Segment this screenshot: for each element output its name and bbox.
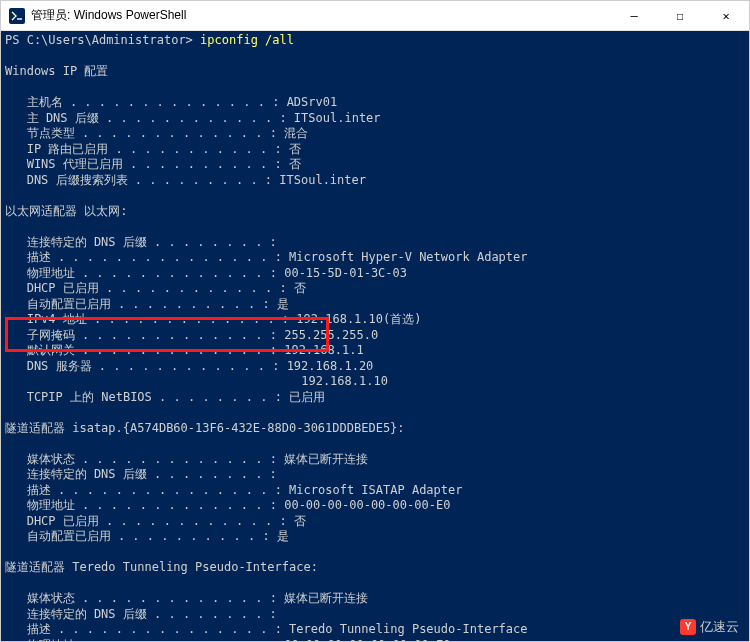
maximize-button[interactable]: ☐ — [657, 1, 703, 30]
titlebar[interactable]: 管理员: Windows PowerShell — ☐ ✕ — [1, 1, 749, 31]
close-button[interactable]: ✕ — [703, 1, 749, 30]
watermark: Y 亿速云 — [680, 619, 739, 635]
watermark-icon: Y — [680, 619, 696, 635]
terminal-output[interactable]: PS C:\Users\Administrator> ipconfig /all… — [1, 31, 749, 641]
watermark-text: 亿速云 — [700, 619, 739, 635]
powershell-icon — [9, 8, 25, 24]
powershell-window: 管理员: Windows PowerShell — ☐ ✕ PS C:\User… — [0, 0, 750, 642]
window-controls: — ☐ ✕ — [611, 1, 749, 30]
minimize-button[interactable]: — — [611, 1, 657, 30]
window-title: 管理员: Windows PowerShell — [31, 7, 611, 24]
dns-highlight-box — [5, 317, 329, 352]
svg-rect-0 — [9, 8, 25, 24]
